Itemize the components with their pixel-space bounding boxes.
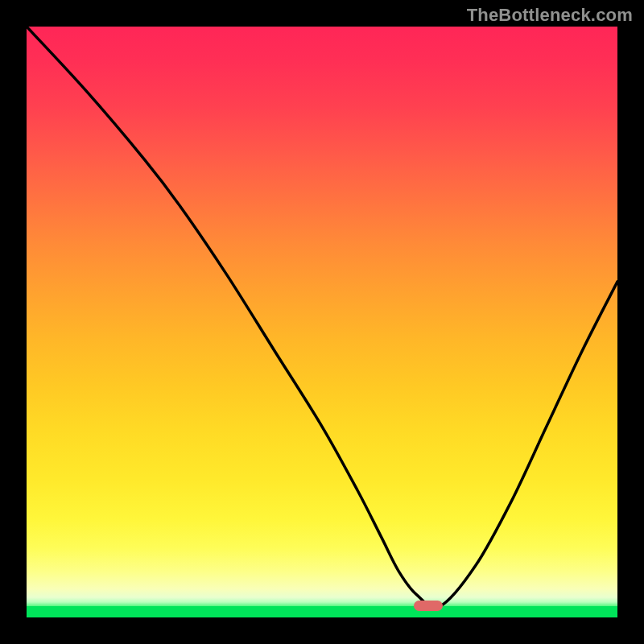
plot-area (27, 27, 617, 617)
frame: TheBottleneck.com (0, 0, 644, 644)
watermark-text: TheBottleneck.com (467, 5, 633, 26)
optimal-marker (414, 601, 444, 611)
bottleneck-curve (27, 27, 617, 617)
